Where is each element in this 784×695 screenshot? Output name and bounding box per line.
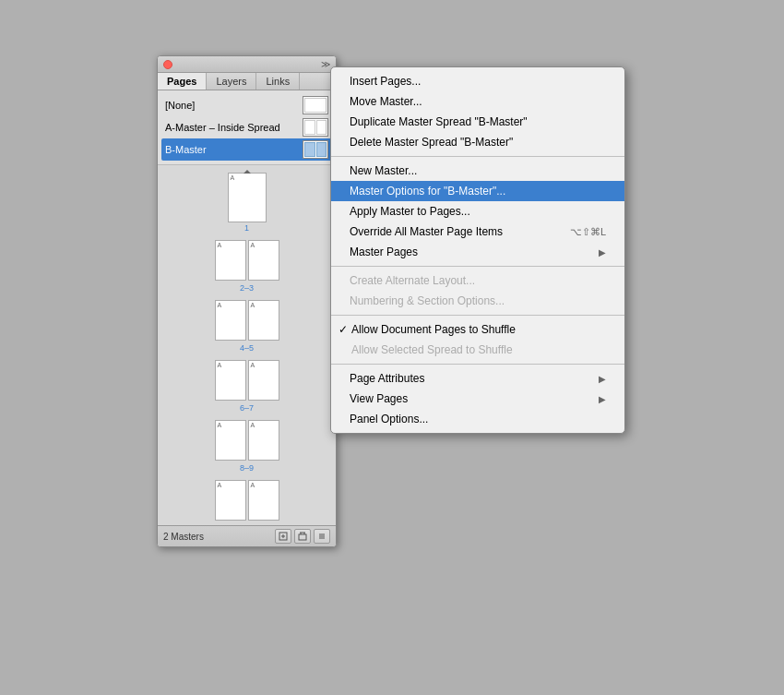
spread-pages-2-3: A A [215,240,279,281]
submenu-arrow-page-attributes: ▶ [599,374,606,384]
menu-separator-1 [331,156,624,157]
menu-item-page-attributes[interactable]: Page Attributes ▶ [331,368,624,389]
menu-label-apply-master: Apply Master to Pages... [350,205,606,218]
page-item-11[interactable]: A [248,480,279,521]
menu-item-create-alternate: Create Alternate Layout... [331,270,624,291]
checkmark-allow-doc-shuffle: ✓ [339,323,348,336]
master-thumb-a [303,118,328,137]
page-letter-2: A [218,242,222,248]
menu-label-new-master: New Master... [350,164,606,177]
menu-item-insert-pages[interactable]: Insert Pages... [331,71,624,91]
page-item-5[interactable]: A [248,300,279,341]
new-page-button[interactable] [275,529,291,544]
page-item-3[interactable]: A [248,240,279,281]
menu-label-create-alternate: Create Alternate Layout... [350,274,606,287]
menu-label-override-all: Override All Master Page Items [350,225,552,238]
menu-item-master-options[interactable]: Master Options for "B-Master"... [331,181,624,201]
menu-label-duplicate-master: Duplicate Master Spread "B-Master" [350,115,606,128]
menu-label-panel-options: Panel Options... [350,413,606,425]
menu-item-allow-spread-shuffle: ✓ Allow Selected Spread to Shuffle [331,340,624,360]
pages-section: A 1 A A [158,165,336,525]
page-spread-4-5: A A 4–5 [215,300,279,353]
submenu-arrow-view-pages: ▶ [599,394,606,404]
submenu-arrow-master-pages: ▶ [599,247,606,258]
master-row-b[interactable]: B-Master [161,138,332,161]
menu-label-master-pages: Master Pages [350,246,599,258]
page-item-7[interactable]: A [248,360,279,401]
page-thumb-2: A [215,240,246,281]
page-item-4[interactable]: A [215,300,246,341]
panel-scroll-arrow[interactable]: ≫ [321,59,330,69]
page-item-10[interactable]: A [215,480,246,521]
spread-pages-4-5: A A [215,300,279,341]
page-thumb-10: A [215,480,246,521]
master-thumb-page-right [316,120,327,135]
close-button[interactable] [163,60,172,69]
page-item-2[interactable]: A [215,240,246,281]
spread-pages-8-9: A A [215,420,279,461]
page-spread-8-9: A A 8–9 [215,420,279,473]
menu-label-page-attributes: Page Attributes [350,372,599,385]
menu-label-master-options: Master Options for "B-Master"... [350,185,606,198]
page-item-9[interactable]: A [248,420,279,461]
menu-item-allow-doc-shuffle[interactable]: ✓ Allow Document Pages to Shuffle [331,319,624,340]
spread-pages-1: A 1 [228,173,267,233]
page-thumb-7: A [248,360,279,401]
menu-item-numbering-section: Numbering & Section Options... [331,291,624,311]
master-row-none[interactable]: [None] [161,94,332,116]
page-thumb-3: A [248,240,279,281]
master-label-b: B-Master [165,144,207,155]
menu-separator-3 [331,315,624,316]
tab-pages[interactable]: Pages [158,73,207,90]
tab-links[interactable]: Links [256,73,300,90]
page-item-6[interactable]: A [215,360,246,401]
spread-pages-10-11: A A [215,480,279,521]
masters-count: 2 Masters [163,532,204,542]
page-letter-5: A [251,302,255,308]
menu-item-new-master[interactable]: New Master... [331,161,624,181]
menu-item-panel-options[interactable]: Panel Options... [331,409,624,429]
page-spread-2-3: A A 2–3 [215,240,279,293]
menu-label-insert-pages: Insert Pages... [350,75,606,88]
page-letter-8: A [218,422,222,428]
page-item-8[interactable]: A [215,420,246,461]
menu-separator-2 [331,266,624,267]
page-thumb-8: A [215,420,246,461]
master-label-a: A-Master – Inside Spread [165,122,280,133]
page-letter-3: A [251,242,255,248]
menu-item-master-pages[interactable]: Master Pages ▶ [331,242,624,262]
menu-item-move-master[interactable]: Move Master... [331,91,624,112]
panel-footer: 2 Masters [158,525,336,546]
page-item-1[interactable]: A 1 [228,173,267,233]
master-thumb-none [303,96,328,114]
menu-item-apply-master[interactable]: Apply Master to Pages... [331,201,624,222]
menu-item-duplicate-master[interactable]: Duplicate Master Spread "B-Master" [331,112,624,132]
page-num-8-9: 8–9 [240,463,254,473]
delete-page-button[interactable] [294,529,311,544]
menu-shortcut-override-all: ⌥⇧⌘L [570,226,606,238]
page-num-1: 1 [244,223,249,233]
menu-item-override-all[interactable]: Override All Master Page Items ⌥⇧⌘L [331,222,624,242]
master-thumb-page-blue-right [316,142,327,157]
master-thumb-b [303,140,328,159]
page-num-4-5: 4–5 [240,343,254,353]
page-num-10-11: 10–11 [235,523,258,525]
page-letter-7: A [251,362,255,368]
tab-layers[interactable]: Layers [207,73,256,90]
panel-tabs: Pages Layers Links [158,73,336,90]
page-thumb-6: A [215,360,246,401]
panel-options-footer-button[interactable] [314,529,330,544]
page-letter-4: A [218,302,222,308]
menu-label-allow-doc-shuffle: Allow Document Pages to Shuffle [351,323,606,336]
master-row-a[interactable]: A-Master – Inside Spread [161,116,332,138]
menu-label-move-master: Move Master... [350,95,606,108]
masters-section: [None] A-Master – Inside Spread B-Master [158,90,336,165]
master-thumb-page-blue-left [304,142,315,157]
page-thumb-9: A [248,420,279,461]
context-menu: Insert Pages... Move Master... Duplicate… [330,66,625,434]
menu-item-view-pages[interactable]: View Pages ▶ [331,389,624,409]
menu-label-delete-master: Delete Master Spread "B-Master" [350,136,606,149]
menu-separator-4 [331,364,624,365]
spread-pages-6-7: A A [215,360,279,401]
menu-item-delete-master[interactable]: Delete Master Spread "B-Master" [331,132,624,152]
